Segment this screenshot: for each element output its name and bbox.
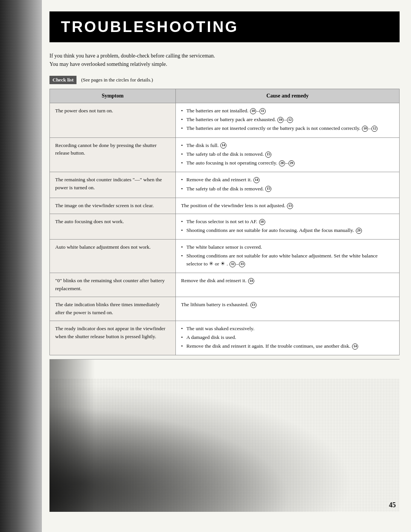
bottom-area [49, 359, 400, 512]
intro-text: If you think you have a problem, double-… [49, 52, 400, 69]
symptom-cell: The auto focusing does not work. [50, 214, 176, 240]
cause-cell: The focus selector is not set to AF. 18 … [175, 214, 399, 240]
table-row: "0" blinks on the remaining shot counter… [50, 273, 400, 297]
checklist-header: Check list (See pages in the circles for… [49, 76, 400, 84]
list-item: The safety tab of the disk is removed. 1… [181, 150, 394, 158]
table-row: The image on the viewfinder screen is no… [50, 198, 400, 214]
cause-cell: The unit was shaked excessively. A damag… [175, 321, 399, 355]
symptom-cell: The date indication blinks three times i… [50, 297, 176, 321]
symptom-cell: "0" blinks on the remaining shot counter… [50, 273, 176, 297]
list-item: A damaged disk is used. [181, 334, 394, 341]
list-item: The safety tab of the disk is removed. 1… [181, 185, 394, 193]
list-item: The white balance sensor is covered. [181, 243, 394, 251]
list-item: The focus selector is not set to AF. 18 [181, 218, 394, 225]
table-row: The date indication blinks three times i… [50, 297, 400, 321]
checklist-badge: Check list [49, 76, 76, 84]
col-cause: Cause and remedy [175, 89, 399, 103]
checklist-note: (See pages in the circles for details.) [81, 77, 153, 83]
cause-cell: Remove the disk and reinsert it. 14 [175, 273, 399, 297]
list-item: The batteries are not inserted correctly… [181, 125, 394, 132]
cause-cell: The disk is full. 14 The safety tab of t… [175, 137, 399, 172]
cause-cell: The lithium battery is exhausted. 13 [175, 297, 399, 321]
list-item: Shooting conditions are not suitable for… [181, 252, 394, 268]
main-content: TROUBLESHOOTING If you think you have a … [49, 0, 400, 512]
table-row: The ready indicator does not appear in t… [50, 321, 400, 355]
troubleshooting-table: Symptom Cause and remedy The power does … [49, 89, 400, 356]
col-symptom: Symptom [50, 89, 176, 103]
page-title: TROUBLESHOOTING [61, 18, 388, 35]
noise-overlay [49, 379, 400, 512]
list-item: The disk is full. 14 [181, 142, 394, 149]
left-decorative-strip [0, 0, 42, 532]
table-row: The auto focusing does not work. The foc… [50, 214, 400, 240]
title-bar: TROUBLESHOOTING [49, 11, 400, 42]
list-item: Remove the disk and reinsert it. 14 [181, 176, 394, 184]
list-item: Remove the disk and reinsert it again. I… [181, 342, 394, 350]
symptom-cell: The power does not turn on. [50, 103, 176, 137]
symptom-cell: The remaining shot counter indicates "––… [50, 172, 176, 198]
table-row: The power does not turn on. The batterie… [50, 103, 400, 137]
list-item: Shooting conditions are not suitable for… [181, 227, 394, 234]
cause-cell: The position of the viewfinder lens is n… [175, 198, 399, 214]
symptom-cell: Auto white balance adjustment does not w… [50, 240, 176, 273]
symptom-cell: The image on the viewfinder screen is no… [50, 198, 176, 214]
cause-cell: The batteries are not installed. 10–11 T… [175, 103, 399, 137]
bottom-dark-area [49, 359, 95, 512]
list-item: The unit was shaked excessively. [181, 325, 394, 332]
table-row: The remaining shot counter indicates "––… [50, 172, 400, 198]
table-row: Auto white balance adjustment does not w… [50, 240, 400, 273]
symptom-cell: The ready indicator does not appear in t… [50, 321, 176, 355]
symptom-cell: Recording cannot be done by pressing the… [50, 137, 176, 172]
list-item: The auto focusing is not operating corre… [181, 159, 394, 167]
cause-cell: Remove the disk and reinsert it. 14 The … [175, 172, 399, 198]
list-item: The batteries are not installed. 10–11 [181, 107, 394, 115]
table-row: Recording cannot be done by pressing the… [50, 137, 400, 172]
list-item: The batteries or battery pack are exhaus… [181, 116, 394, 123]
cause-cell: The white balance sensor is covered. Sho… [175, 240, 399, 273]
left-strip-texture [0, 0, 42, 532]
